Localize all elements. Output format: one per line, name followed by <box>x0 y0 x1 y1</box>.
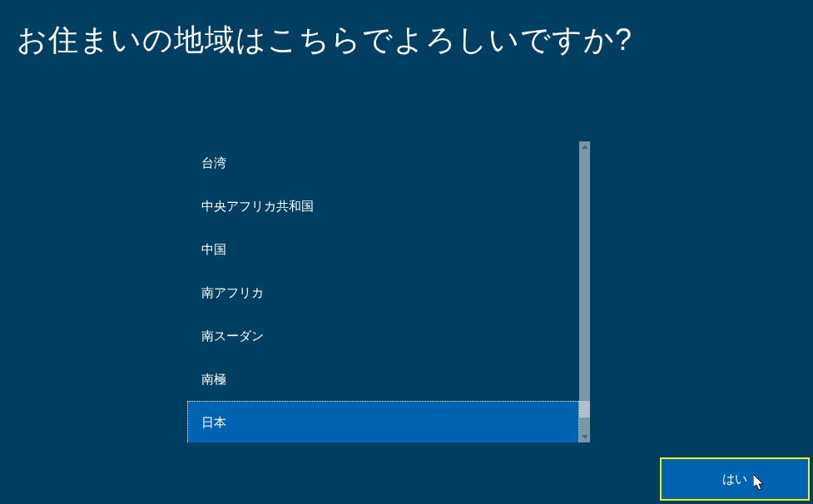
confirm-button-label: はい <box>722 472 747 487</box>
scroll-up-icon[interactable] <box>579 141 590 152</box>
region-label: 南アフリカ <box>201 285 264 301</box>
region-label: 南スーダン <box>201 329 264 344</box>
region-item-south-africa[interactable]: 南アフリカ <box>187 271 579 314</box>
scroll-down-icon[interactable] <box>579 432 590 442</box>
confirm-button[interactable]: はい <box>660 457 810 501</box>
region-item-central-african-republic[interactable]: 中央アフリカ共和国 <box>187 185 579 228</box>
region-label: 南極 <box>201 372 226 388</box>
region-item-south-sudan[interactable]: 南スーダン <box>187 314 579 358</box>
scroll-thumb[interactable] <box>579 401 590 418</box>
region-label: 中央アフリカ共和国 <box>201 199 314 215</box>
page-title: お住まいの地域はこちらでよろしいですか? <box>0 0 813 61</box>
region-item-china[interactable]: 中国 <box>187 228 579 271</box>
region-label: 台湾 <box>201 156 226 171</box>
region-item-japan[interactable]: 日本 <box>187 401 579 442</box>
scrollbar[interactable] <box>579 141 590 442</box>
region-list-container: 台湾 中央アフリカ共和国 中国 南アフリカ 南スーダン 南極 日本 <box>187 141 590 442</box>
region-label: 日本 <box>201 415 226 431</box>
region-label: 中国 <box>201 242 226 258</box>
region-item-taiwan[interactable]: 台湾 <box>187 141 579 185</box>
region-list[interactable]: 台湾 中央アフリカ共和国 中国 南アフリカ 南スーダン 南極 日本 <box>187 141 579 442</box>
region-item-antarctica[interactable]: 南極 <box>187 358 579 401</box>
